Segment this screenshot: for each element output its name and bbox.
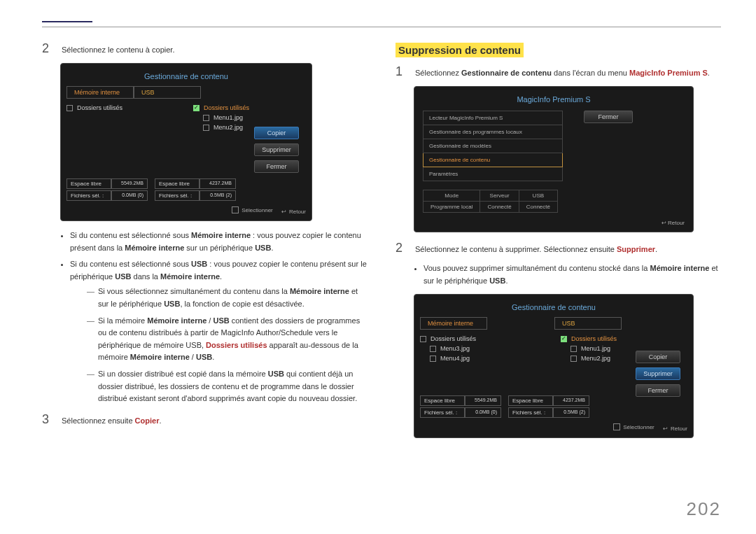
t: Mémoire interne (130, 353, 190, 361)
menu-item-content-manager[interactable]: Gestionnaire de contenu (423, 153, 563, 167)
folder-row[interactable]: Dossiers utilisés (420, 334, 547, 344)
stat-free-label: Espace libre (420, 395, 465, 406)
folder-row[interactable]: Dossiers utilisés (66, 103, 179, 113)
checkbox-icon[interactable] (570, 356, 577, 362)
t: Mémoire interne (650, 264, 709, 272)
checkbox-icon[interactable] (203, 115, 209, 121)
t: Gestionnaire de contenu (461, 69, 552, 77)
panel-title: MagicInfo Premium S (423, 95, 685, 104)
file-label: Menu2.jpg (581, 355, 610, 362)
t: . (212, 353, 214, 361)
footer-return: ↩Retour (663, 426, 687, 432)
checkbox-icon[interactable] (430, 356, 436, 362)
copy-button[interactable]: Copier (254, 127, 299, 139)
stat-selected-label: Fichiers sél. : (66, 190, 111, 201)
folder-label: Dossiers utilisés (430, 335, 476, 342)
t: dans l'écran du menu (552, 69, 629, 77)
panel-title: Gestionnaire de contenu (66, 72, 306, 80)
file-row[interactable]: Menu3.jpg (430, 344, 547, 353)
t: Sélectionnez (415, 69, 461, 77)
file-label: Menu4.jpg (440, 355, 470, 362)
tab-usb[interactable]: USB (554, 317, 622, 330)
right-column: Suppression de contenu 1 Sélectionnez Ge… (396, 41, 721, 447)
copy-button[interactable]: Copier (636, 351, 680, 363)
delete-button[interactable]: Supprimer (254, 143, 299, 156)
stat-free-value: 5549.2MB (465, 395, 501, 406)
stat-selected-value: 0.5MB (2) (553, 407, 589, 418)
t: . (271, 244, 273, 252)
checkbox-icon[interactable] (430, 346, 436, 352)
bullet-item: Vous pouvez supprimer simultanément du c… (424, 262, 721, 287)
t: USB (489, 276, 505, 285)
stat-selected-label: Fichiers sél. : (508, 407, 553, 418)
tab-usb[interactable]: USB (134, 86, 201, 99)
t: dans la (131, 272, 160, 281)
stat-free-value: 5549.2MB (111, 178, 148, 189)
tab-internal-memory[interactable]: Mémoire interne (66, 86, 134, 99)
t: USB (191, 260, 207, 268)
file-label: Menu2.jpg (214, 124, 243, 131)
close-button[interactable]: Fermer (636, 384, 680, 397)
td-server-status: Connecté (480, 202, 519, 213)
close-button[interactable]: Fermer (254, 160, 299, 173)
step-text: Sélectionnez Gestionnaire de contenu dan… (415, 64, 710, 79)
sub-item: Si vous sélectionnez simultanément du co… (87, 286, 368, 310)
return-icon: ↩ (281, 209, 286, 215)
folder-row[interactable]: Dossiers utilisés (561, 334, 687, 344)
file-row[interactable]: Menu4.jpg (430, 353, 547, 363)
t: USB (213, 316, 229, 325)
checkbox-icon[interactable] (66, 105, 73, 111)
page-number: 202 (687, 498, 721, 520)
t: Si un dossier distribué est copié dans l… (98, 370, 268, 378)
stat-selected-label: Fichiers sél. : (155, 190, 200, 201)
menu-item-player[interactable]: Lecteur MagicInfo Premium S (423, 111, 563, 125)
checkbox-icon[interactable] (420, 336, 426, 342)
section-heading: Suppression de contenu (396, 43, 524, 57)
bullet-item: Si du contenu est sélectionné sous USB :… (70, 258, 368, 405)
return-icon: ↩ (662, 220, 666, 226)
stat-free-value: 4237.2MB (553, 395, 589, 406)
file-row[interactable]: Menu1.jpg (203, 113, 306, 122)
checkbox-checked-icon[interactable] (561, 336, 567, 342)
t: USB (164, 300, 180, 308)
menu-item-template[interactable]: Gestionnaire de modèles (423, 139, 563, 153)
folder-label: Dossiers utilisés (77, 104, 122, 111)
t: Sélectionnez le contenu à supprimer. Sél… (415, 245, 617, 253)
return-icon: ↩ (663, 426, 668, 432)
folder-label: Dossiers utilisés (571, 335, 617, 342)
checkbox-checked-icon[interactable] (193, 105, 200, 111)
menu-item-local-schedule[interactable]: Gestionnaire des programmes locaux (423, 125, 563, 139)
content-manager-panel-2: Gestionnaire de contenu Mémoire interne … (414, 294, 694, 438)
footer-return-label: Retour (289, 209, 306, 215)
step-number: 2 (396, 241, 407, 255)
checkbox-icon[interactable] (570, 346, 577, 352)
delete-button[interactable]: Supprimer (636, 367, 680, 380)
step-1: 1 Sélectionnez Gestionnaire de contenu d… (396, 64, 721, 79)
step-number: 1 (396, 64, 407, 79)
footer-return-label: Retour (668, 220, 685, 226)
menu-item-settings[interactable]: Paramètres (423, 167, 563, 181)
close-button[interactable]: Fermer (584, 111, 633, 123)
td-usb-status: Connecté (519, 202, 557, 213)
tab-internal-memory[interactable]: Mémoire interne (420, 317, 487, 330)
stat-selected-value: 0.0MB (0) (465, 407, 501, 418)
content-manager-panel-1: Gestionnaire de contenu Mémoire interne … (60, 63, 312, 221)
checkbox-icon[interactable] (203, 125, 209, 131)
footer-select: Sélectionner (613, 423, 654, 430)
sub-item: Si un dossier distribué est copié dans l… (87, 368, 368, 405)
magicinfo-menu-panel: MagicInfo Premium S Lecteur MagicInfo Pr… (414, 86, 694, 232)
select-icon (232, 206, 239, 213)
select-icon (613, 423, 620, 430)
t: sur un périphérique (184, 244, 255, 252)
t: Supprimer (617, 245, 655, 253)
sub-item: Si la mémoire Mémoire interne / USB cont… (87, 315, 368, 364)
chapter-rule (42, 21, 92, 22)
bullet-item: Si du contenu est sélectionné sous Mémoi… (70, 230, 368, 254)
folder-row[interactable]: Dossiers utilisés (193, 103, 306, 113)
t: MagicInfo Premium S (629, 69, 708, 77)
t: . (655, 245, 657, 253)
t: , la fonction de copie est désactivée. (180, 300, 304, 308)
step-text: Sélectionnez ensuite Copier. (62, 412, 161, 427)
stat-free-label: Espace libre (66, 178, 111, 189)
t: Mémoire interne (191, 231, 251, 239)
